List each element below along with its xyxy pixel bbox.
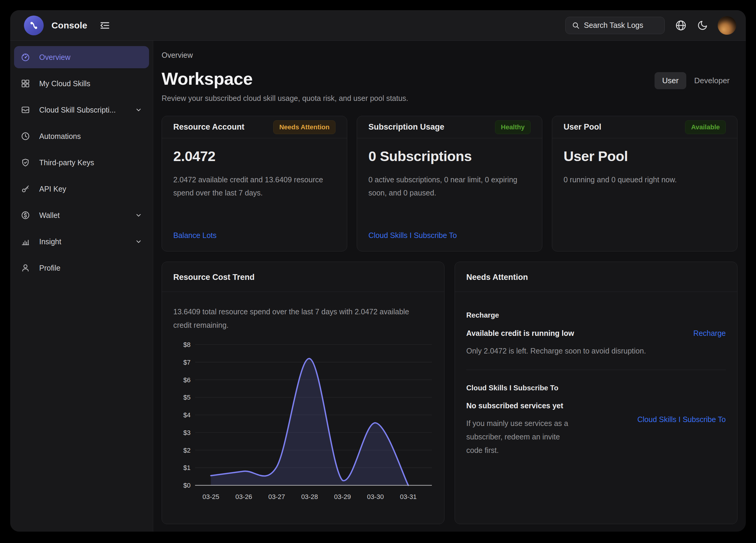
console-window: Console Search Task Logs [10,10,746,532]
svg-text:03-31: 03-31 [400,493,417,500]
card-header: Resource Cost Trend [162,262,444,292]
attention-item-recharge: Recharge Available credit is running low… [466,309,726,358]
gauge-icon [21,52,30,62]
search-placeholder: Search Task Logs [584,21,643,30]
page-title: Workspace [162,69,408,89]
app-title: Console [51,20,87,31]
cloud-skills-subscribe-link[interactable]: Cloud Skills I Subscribe To [637,415,726,424]
card-title: User Pool [564,122,601,132]
sidebar-item-label: My Cloud Skills [39,79,90,88]
stat-value: User Pool [564,148,726,164]
card-title: Resource Account [173,122,245,132]
page-header: Workspace Review your subscribed cloud s… [162,69,737,103]
collapse-sidebar-icon [99,19,111,31]
svg-text:03-28: 03-28 [301,493,318,500]
stat-description: 0 running and 0 queued right now. [564,173,726,186]
resource-cost-trend-card: Resource Cost Trend 13.6409 total resour… [162,262,444,524]
sidebar-item-label: Third-party Keys [39,158,94,167]
chart-description: 13.6409 total resource spend over the la… [173,305,425,332]
toggle-user[interactable]: User [655,72,687,89]
svg-text:$2: $2 [183,447,190,454]
sidebar-item-profile[interactable]: Profile [14,257,149,279]
route-icon [28,20,40,31]
svg-text:03-26: 03-26 [236,493,252,500]
svg-text:03-25: 03-25 [203,493,219,500]
stat-value: 0 Subscriptions [368,148,531,164]
attention-heading: Available credit is running low [466,327,646,340]
sidebar-item-automations[interactable]: Automations [14,125,149,147]
topbar: Console Search Task Logs [10,10,746,41]
sidebar-item-wallet[interactable]: Wallet [14,204,149,226]
grid-icon [21,79,30,88]
attention-heading: No subscribed services yet [466,399,571,412]
desktop-background: Console Search Task Logs [0,0,756,543]
card-body: 13.6409 total resource spend over the la… [162,292,444,524]
user-pool-card: User Pool Available User Pool 0 running … [552,116,737,251]
key-icon [21,184,30,194]
toggle-developer[interactable]: Developer [686,72,737,89]
card-title: Subscription Usage [368,122,444,132]
bottom-row: Resource Cost Trend 13.6409 total resour… [162,262,737,524]
dollar-circle-icon [21,210,30,220]
card-header: User Pool Available [552,116,737,138]
balance-lots-link[interactable]: Balance Lots [173,231,217,240]
user-icon [21,263,30,273]
page-header-text: Workspace Review your subscribed cloud s… [162,69,408,103]
language-button[interactable] [675,19,687,31]
shield-check-icon [21,158,30,167]
sidebar-item-insight[interactable]: Insight [14,230,149,253]
sidebar-item-label: Profile [39,264,60,272]
svg-text:$5: $5 [183,394,190,401]
clock-icon [21,131,30,141]
stat-description: 2.0472 available credit and 13.6409 reso… [173,173,336,200]
recharge-link[interactable]: Recharge [693,329,726,338]
sidebar-item-label: Cloud Skill Subscripti... [39,106,116,114]
card-title: Resource Cost Trend [173,273,255,282]
breadcrumb: Overview [162,51,737,60]
svg-text:$6: $6 [183,376,190,384]
stat-value: 2.0472 [173,148,336,164]
attention-item-subscriptions: Cloud Skills I Subscribe To No subscribe… [466,382,726,457]
divider [466,370,726,370]
attention-section-label: Cloud Skills I Subscribe To [466,382,571,394]
status-badge: Healthy [495,120,531,134]
card-body: 2.0472 2.0472 available credit and 13.64… [162,138,347,251]
search-icon [572,21,580,29]
status-badge: Needs Attention [273,120,336,134]
resource-cost-chart: $0$1$2$3$4$5$6$7$803-2503-2603-2703-2803… [173,339,433,503]
attention-item-text: Cloud Skills I Subscribe To No subscribe… [466,382,571,457]
subscription-usage-card: Subscription Usage Healthy 0 Subscriptio… [357,116,542,251]
svg-text:03-30: 03-30 [367,493,384,500]
sidebar-item-third-party-keys[interactable]: Third-party Keys [14,151,149,174]
moon-icon [697,20,708,31]
app-shell: Overview My Cloud Skills [10,41,746,532]
user-avatar[interactable] [718,16,736,35]
page-subtitle: Review your subscribed cloud skill usage… [162,94,408,103]
svg-text:$4: $4 [183,411,190,419]
app-logo [24,16,44,35]
card-title: Needs Attention [466,273,528,282]
chevron-down-icon [135,238,142,245]
bar-chart-icon [21,237,30,246]
sidebar-collapse-button[interactable] [99,19,111,31]
card-header: Resource Account Needs Attention [162,116,347,138]
stat-description: 0 active subscriptions, 0 near limit, 0 … [368,173,531,200]
sidebar-item-cloud-skill-subscriptions[interactable]: Cloud Skill Subscripti... [14,99,149,121]
sidebar-item-my-cloud-skills[interactable]: My Cloud Skills [14,72,149,95]
needs-attention-card: Needs Attention Recharge Available credi… [455,262,737,524]
card-header: Subscription Usage Healthy [357,116,542,138]
archive-icon [21,105,30,115]
sidebar-item-label: Insight [39,237,61,246]
cloud-skills-subscribe-link[interactable]: Cloud Skills I Subscribe To [368,231,457,240]
chevron-down-icon [135,106,142,114]
theme-toggle-button[interactable] [697,20,708,31]
sidebar: Overview My Cloud Skills [10,41,153,532]
card-header: Needs Attention [455,262,737,292]
stat-cards-row: Resource Account Needs Attention 2.0472 … [162,116,737,251]
globe-icon [675,19,687,31]
svg-text:$7: $7 [183,359,190,366]
sidebar-item-api-key[interactable]: API Key [14,178,149,200]
search-task-logs-input[interactable]: Search Task Logs [565,17,665,34]
svg-text:03-29: 03-29 [334,493,351,500]
sidebar-item-overview[interactable]: Overview [14,46,149,68]
